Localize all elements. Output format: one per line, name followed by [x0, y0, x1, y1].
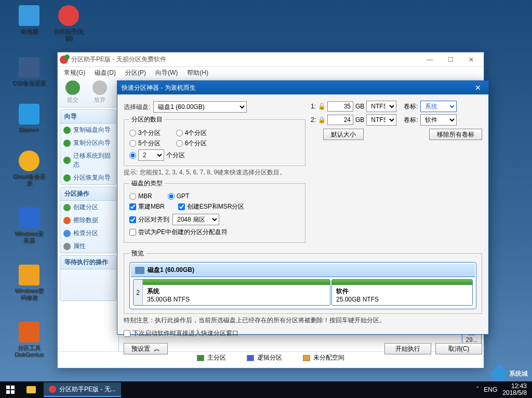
size-input-2[interactable]	[327, 115, 353, 125]
radio-3parts[interactable]: 3个分区	[129, 129, 161, 138]
desktop-icon-cgi[interactable]: CGI备份还原	[9, 57, 49, 87]
sidebar-item-recover[interactable]: 分区恢复向导	[60, 171, 116, 184]
size-input-1[interactable]	[327, 101, 353, 112]
fs-select-1[interactable]: NTFS	[366, 101, 396, 112]
radio-4parts[interactable]: 4个分区	[176, 129, 207, 138]
sidebar-group-ops: 分区操作	[60, 187, 116, 201]
radio-6parts[interactable]: 6个分区	[176, 139, 207, 148]
tool-discard[interactable]: 放弃	[89, 80, 111, 105]
desktop-icon-winpass[interactable]: Windows密 码修改	[9, 265, 49, 301]
svg-rect-1	[11, 386, 15, 389]
desktop-icon-dism[interactable]: Dism++	[9, 104, 49, 133]
desktop-icon-diskgenius[interactable]: 分区工具 DiskGenius	[9, 322, 49, 358]
preview-partition-2[interactable]: 软件25.00GB NTFS	[331, 279, 473, 306]
tray-lang[interactable]: ENG	[484, 386, 497, 393]
tray-up-icon[interactable]: ˆ	[476, 386, 478, 393]
check-next-time[interactable]: 下次启动软件时直接进入快速分区窗口	[124, 329, 482, 338]
window-title: 分区助手PE版 - 无损分区免费软件	[71, 55, 419, 64]
app-icon	[60, 56, 68, 64]
menu-disk[interactable]: 磁盘(D)	[90, 67, 120, 78]
start-button-taskbar[interactable]	[0, 381, 21, 398]
titlebar: 分区助手PE版 - 无损分区免费软件 — ☐ ✕	[58, 52, 484, 67]
app-icon	[49, 386, 56, 393]
taskbar: 分区助手PE版 - 无... ˆ ENG 12:432018/5/8	[0, 381, 532, 398]
radio-mbr[interactable]: MBR	[129, 193, 152, 200]
taskbar-explorer[interactable]	[21, 381, 42, 398]
menu-help[interactable]: 帮助(H)	[183, 67, 212, 78]
sidebar-item-props[interactable]: 属性	[60, 240, 116, 253]
menubar: 常规(G) 磁盘(D) 分区(P) 向导(W) 帮助(H)	[58, 67, 484, 78]
disk-type-group: 磁盘的类型 MBR GPT 重建MBR 创建ESP和MSR分区 分区对齐到 20…	[124, 179, 305, 243]
menu-wizard[interactable]: 向导(W)	[151, 67, 182, 78]
tray-clock[interactable]: 12:432018/5/8	[502, 383, 527, 396]
desktop-icon-ghost[interactable]: Ghost备份还 原	[9, 150, 49, 187]
maximize-button[interactable]: ☐	[440, 53, 461, 66]
sidebar-item-copydisk[interactable]: 复制磁盘向导	[60, 123, 116, 136]
check-rebuild-mbr[interactable]: 重建MBR	[129, 202, 165, 211]
sidebar-group-pending: 等待执行的操作	[60, 256, 116, 269]
minimize-button[interactable]: —	[419, 53, 440, 66]
start-button[interactable]: 开始执行	[384, 343, 431, 354]
sidebar-group-wizard: 向导	[60, 110, 116, 123]
hint-text: 提示: 您能按1, 2, 3, 4, 5, 6, 7, 8, 9键来快速选择分区…	[124, 168, 305, 177]
sidebar-item-wipe[interactable]: 擦除数据	[60, 214, 116, 227]
radio-gpt[interactable]: GPT	[168, 193, 190, 200]
svg-rect-2	[6, 390, 10, 394]
sidebar-item-migrate[interactable]: 迁移系统到固态	[60, 149, 116, 171]
radio-5parts[interactable]: 5个分区	[129, 139, 161, 148]
sidebar-item-create[interactable]: 创建分区	[60, 201, 116, 214]
partition-row-2: 2: 🔒 GB NTFS 卷标: 软件	[311, 114, 482, 126]
disk-label: 选择磁盘:	[124, 103, 150, 112]
default-size-button[interactable]: 默认大小	[323, 129, 364, 140]
svg-rect-0	[6, 386, 10, 389]
fs-select-2[interactable]: NTFS	[366, 114, 396, 126]
menu-partition[interactable]: 分区(P)	[121, 67, 150, 78]
desktop-icon-partition[interactable]: 分区助手(无 损)	[49, 5, 88, 42]
watermark: 系统城	[493, 367, 528, 380]
preview-disk-header: 磁盘1 (60.00GB)	[131, 264, 475, 277]
warning-text: 特别注意：执行此操作后，当前所选磁盘上已经存在的所有分区将被删除！按回车键开始分…	[117, 314, 488, 327]
svg-rect-3	[11, 390, 15, 394]
menu-general[interactable]: 常规(G)	[60, 67, 89, 78]
sidebar-item-check[interactable]: 检查分区	[60, 227, 116, 240]
partition-count-group: 分区的数目 3个分区 4个分区 5个分区 6个分区 2 个分区	[124, 115, 305, 166]
dialog-close-button[interactable]: ✕	[472, 84, 484, 92]
disk-icon	[135, 267, 144, 274]
sidebar: 向导 复制磁盘向导 复制分区向导 迁移系统到固态 分区恢复向导 分区操作 创建分…	[58, 107, 119, 351]
lock-icon[interactable]: 🔒	[318, 116, 325, 123]
desktop-icon-wininstall[interactable]: Windows安 装器	[9, 208, 49, 244]
radio-custom[interactable]: 2 个分区	[129, 149, 185, 161]
preset-button[interactable]: 预设置 ︽	[124, 343, 168, 354]
taskbar-app[interactable]: 分区助手PE版 - 无...	[44, 382, 121, 397]
check-esp-msr[interactable]: 创建ESP和MSR分区	[178, 202, 245, 211]
disk-select[interactable]: 磁盘1 (60.00GB)	[153, 101, 247, 113]
remove-labels-button[interactable]: 移除所有卷标	[429, 129, 482, 140]
vol-select-2[interactable]: 软件	[420, 114, 457, 126]
custom-count-select[interactable]: 2	[138, 149, 164, 161]
dialog-titlebar: 快速分区神器 - 为装机而生 ✕	[117, 81, 488, 94]
partition-row-1: 1: 🔓 GB NTFS 卷标: 系统	[311, 101, 482, 112]
preview-partition-1[interactable]: 2 系统35.00GB NTFS	[133, 279, 330, 306]
lock-icon[interactable]: 🔓	[318, 103, 325, 110]
check-align[interactable]: 分区对齐到	[129, 215, 169, 224]
align-select[interactable]: 2048 扇区	[172, 214, 219, 225]
close-button[interactable]: ✕	[461, 53, 482, 66]
sidebar-item-copypart[interactable]: 复制分区向导	[60, 136, 116, 149]
tool-commit[interactable]: 提交	[62, 80, 84, 105]
cancel-button[interactable]: 取消(C)	[435, 343, 482, 354]
desktop-icon-pc[interactable]: 此电脑	[9, 5, 49, 35]
check-pe-letter[interactable]: 尝试为PE中创建的分区分配盘符	[129, 228, 228, 237]
vol-select-1[interactable]: 系统	[420, 101, 457, 112]
preview-group: 预览 磁盘1 (60.00GB) 2 系统35.00GB NTFS 软件	[124, 249, 482, 314]
quick-partition-dialog: 快速分区神器 - 为装机而生 ✕ 选择磁盘: 磁盘1 (60.00GB) 分区的…	[117, 80, 489, 335]
